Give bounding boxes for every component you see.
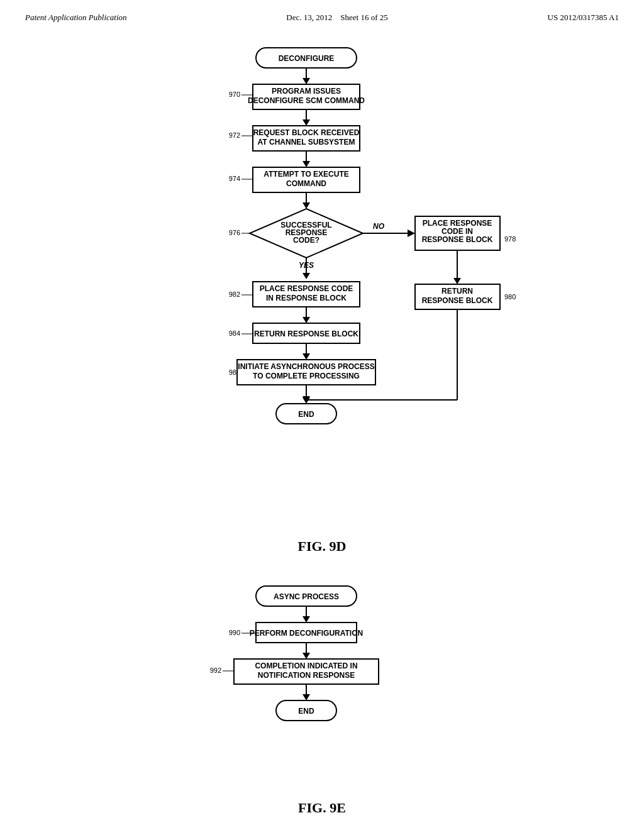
svg-marker-35 xyxy=(408,230,415,237)
svg-text:CODE?: CODE? xyxy=(293,236,319,245)
page: Patent Application Publication Dec. 13, … xyxy=(0,0,644,830)
svg-marker-33 xyxy=(303,273,310,279)
svg-marker-10 xyxy=(303,119,310,126)
svg-marker-63 xyxy=(303,353,310,360)
svg-text:PERFORM DECONFIGURATION: PERFORM DECONFIGURATION xyxy=(250,629,363,638)
svg-marker-24 xyxy=(303,202,310,209)
svg-text:982: 982 xyxy=(229,290,240,298)
svg-text:REQUEST BLOCK RECEIVED: REQUEST BLOCK RECEIVED xyxy=(253,128,360,137)
svg-marker-76 xyxy=(303,616,310,622)
fig9e-diagram: text { font-family: Arial, sans-serif; f… xyxy=(25,580,619,794)
header-center: Dec. 13, 2012 Sheet 16 of 25 xyxy=(286,13,387,23)
svg-text:RESPONSE BLOCK: RESPONSE BLOCK xyxy=(422,235,493,244)
svg-text:992: 992 xyxy=(210,667,221,674)
svg-marker-57 xyxy=(303,317,310,323)
fig9e-svg: text { font-family: Arial, sans-serif; f… xyxy=(102,580,542,794)
page-header: Patent Application Publication Dec. 13, … xyxy=(25,13,619,23)
svg-text:972: 972 xyxy=(229,131,240,139)
header-left: Patent Application Publication xyxy=(25,13,127,23)
svg-text:RESPONSE BLOCK: RESPONSE BLOCK xyxy=(422,296,493,305)
svg-text:980: 980 xyxy=(504,293,516,301)
fig9d-diagram: text { font-family: Arial, sans-serif; f… xyxy=(25,42,619,532)
svg-text:974: 974 xyxy=(229,175,240,182)
svg-text:990: 990 xyxy=(229,629,240,636)
svg-text:PROGRAM ISSUES: PROGRAM ISSUES xyxy=(272,87,341,96)
svg-text:PLACE RESPONSE CODE: PLACE RESPONSE CODE xyxy=(260,284,353,293)
svg-marker-82 xyxy=(303,653,310,659)
svg-text:NO: NO xyxy=(373,222,385,231)
svg-text:AT CHANNEL SUBSYSTEM: AT CHANNEL SUBSYSTEM xyxy=(258,138,355,147)
svg-text:PLACE RESPONSE: PLACE RESPONSE xyxy=(423,219,492,228)
svg-marker-17 xyxy=(303,161,310,167)
svg-text:COMMAND: COMMAND xyxy=(286,179,326,188)
svg-text:976: 976 xyxy=(229,229,240,236)
svg-text:NOTIFICATION RESPONSE: NOTIFICATION RESPONSE xyxy=(258,671,355,680)
svg-text:DECONFIGURE SCM COMMAND: DECONFIGURE SCM COMMAND xyxy=(248,96,365,105)
svg-text:978: 978 xyxy=(504,235,516,243)
svg-marker-89 xyxy=(303,694,310,700)
svg-text:ATTEMPT TO EXECUTE: ATTEMPT TO EXECUTE xyxy=(264,170,349,179)
svg-text:RETURN RESPONSE BLOCK: RETURN RESPONSE BLOCK xyxy=(254,329,358,338)
svg-text:INITIATE ASYNCHRONOUS PROCESS: INITIATE ASYNCHRONOUS PROCESS xyxy=(238,362,374,371)
header-sheet: Sheet 16 of 25 xyxy=(340,13,387,22)
fig9e-title: FIG. 9E xyxy=(25,800,619,816)
header-right: US 2012/0317385 A1 xyxy=(548,13,619,23)
svg-text:DECONFIGURE: DECONFIGURE xyxy=(279,54,335,63)
svg-text:IN RESPONSE BLOCK: IN RESPONSE BLOCK xyxy=(266,294,347,302)
svg-text:END: END xyxy=(298,707,314,716)
svg-text:TO COMPLETE PROCESSING: TO COMPLETE PROCESSING xyxy=(253,372,360,380)
svg-text:ASYNC PROCESS: ASYNC PROCESS xyxy=(274,592,339,601)
svg-text:RETURN: RETURN xyxy=(441,287,473,296)
svg-text:END: END xyxy=(298,410,314,419)
svg-text:COMPLETION INDICATED IN: COMPLETION INDICATED IN xyxy=(255,661,357,670)
svg-marker-3 xyxy=(303,78,310,84)
svg-text:984: 984 xyxy=(229,329,240,337)
svg-text:CODE IN: CODE IN xyxy=(441,227,473,236)
fig9d-svg: text { font-family: Arial, sans-serif; f… xyxy=(102,42,542,532)
header-date: Dec. 13, 2012 xyxy=(286,13,332,22)
fig9d-title: FIG. 9D xyxy=(25,538,619,555)
svg-text:970: 970 xyxy=(229,91,240,98)
svg-marker-43 xyxy=(453,278,461,284)
